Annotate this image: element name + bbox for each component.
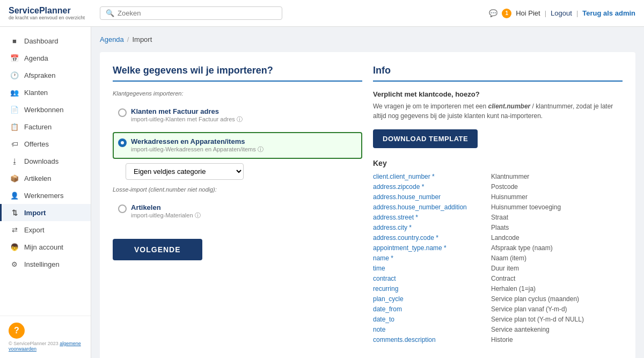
sidebar-item-werknemers[interactable]: 👤 Werknemers — [0, 187, 91, 204]
key-title: Key — [373, 159, 623, 167]
header-left: ServicePlanner de kracht van eenvoud en … — [9, 6, 282, 20]
sidebar-label-dashboard: Dashboard — [24, 37, 58, 45]
chat-icon: 💬 — [489, 9, 497, 17]
key-table: client.client_number *Klantnummeraddress… — [373, 173, 623, 344]
logo-text: ServicePlanner — [9, 6, 71, 15]
sidebar-label-facturen: Facturen — [24, 123, 52, 131]
option-artikelen-label: Artikelen — [131, 203, 201, 211]
sidebar-item-werkbonnen[interactable]: 📄 Werkbonnen — [0, 101, 91, 118]
info-icon-werkadressen[interactable]: ⓘ — [258, 146, 264, 152]
admin-link[interactable]: Terug als admin — [582, 9, 635, 17]
sidebar-label-mijn-account: Mijn account — [24, 243, 63, 251]
sidebar-item-dashboard[interactable]: ■ Dashboard — [0, 32, 91, 49]
info-divider — [373, 81, 623, 82]
sidebar-item-instellingen[interactable]: ⚙ Instellingen — [0, 255, 91, 273]
main-content: Agenda / Import Welke gegevens wil je im… — [91, 27, 644, 358]
calendar-icon: 📅 — [10, 54, 19, 62]
info-icon-klanten[interactable]: ⓘ — [237, 116, 243, 122]
info-title: Info — [373, 65, 623, 76]
key-field: address.zipcode * — [373, 183, 491, 191]
key-field: address.city * — [373, 224, 491, 231]
breadcrumb-current: Import — [132, 35, 152, 43]
option-werkadressen-text: Werkadressen en Apparaten/items import-u… — [131, 137, 264, 154]
sidebar-label-werknemers: Werknemers — [24, 192, 63, 200]
grid-icon: ■ — [10, 36, 19, 45]
radio-klanten-factuur[interactable] — [118, 108, 127, 117]
user-name: Hoi Piet — [516, 9, 540, 17]
key-desc: Afspraak type (naam) — [491, 244, 553, 252]
option-artikelen[interactable]: Artikelen import-uitleg-Materialen ⓘ — [113, 198, 362, 225]
key-row: timeDuur item — [373, 265, 623, 272]
sidebar-item-klanten[interactable]: 👥 Klanten — [0, 84, 91, 101]
key-row: name *Naam (item) — [373, 254, 623, 262]
logo: ServicePlanner de kracht van eenvoud en … — [9, 6, 85, 20]
key-row: date_toService plan tot (Y-m-d of NULL) — [373, 316, 623, 323]
sidebar-item-offertes[interactable]: 🏷 Offertes — [0, 135, 91, 152]
key-field: address.house_number_addition — [373, 203, 491, 211]
key-desc: Historie — [491, 336, 513, 344]
sidebar-item-artikelen[interactable]: 📦 Artikelen — [0, 170, 91, 187]
sidebar-label-werkbonnen: Werkbonnen — [24, 106, 63, 114]
person-icon: 👤 — [10, 191, 19, 200]
sidebar-nav: ■ Dashboard 📅 Agenda 🕐 Afspraken 👥 Klant… — [0, 27, 91, 278]
panel-divider — [113, 81, 362, 82]
sidebar-item-import[interactable]: ⇅ Import — [0, 204, 91, 221]
option-werkadressen-label: Werkadressen en Apparaten/items — [131, 137, 264, 145]
key-desc: Herhalen (1=ja) — [491, 285, 536, 293]
key-desc: Huisnummer — [491, 193, 528, 201]
help-button[interactable]: ? — [9, 323, 25, 339]
category-dropdown[interactable]: Eigen veldjes categorie — [126, 163, 244, 180]
losse-label: Losse-import (client.number niet nodig): — [113, 186, 362, 193]
key-field: name * — [373, 254, 491, 262]
key-desc: Duur item — [491, 265, 519, 272]
notification-badge[interactable]: 1 — [502, 9, 511, 18]
key-row: comments.descriptionHistorie — [373, 336, 623, 344]
verplicht-title: Verplicht met klantcode, hoezo? — [373, 90, 623, 98]
option-klanten-factuur-label: Klanten met Factuur adres — [131, 107, 243, 115]
breadcrumb-parent[interactable]: Agenda — [100, 35, 124, 43]
volgende-button[interactable]: VOLGENDE — [113, 239, 202, 260]
key-field: comments.description — [373, 336, 491, 344]
download-icon: ⭳ — [10, 157, 19, 165]
box-icon: 📦 — [10, 174, 19, 182]
key-row: address.street *Straat — [373, 214, 623, 221]
option-werkadressen[interactable]: Werkadressen en Apparaten/items import-u… — [113, 132, 362, 159]
sidebar-item-mijn-account[interactable]: 👦 Mijn account — [0, 238, 91, 255]
download-template-button[interactable]: DOWNLOAD TEMPLATE — [373, 129, 478, 148]
search-bar[interactable]: 🔍 — [100, 6, 282, 20]
option-werkadressen-sub: import-uitleg-Werkadressen en Apparaten/… — [131, 145, 264, 154]
radio-artikelen[interactable] — [118, 204, 127, 213]
key-row: contractContract — [373, 275, 623, 282]
header-right: 💬 1 Hoi Piet | Logout | Terug als admin — [489, 9, 635, 18]
key-field: plan_cycle — [373, 295, 491, 303]
sidebar-label-offertes: Offertes — [24, 140, 49, 148]
sidebar-item-agenda[interactable]: 📅 Agenda — [0, 49, 91, 67]
key-row: date_fromService plan vanaf (Y-m-d) — [373, 305, 623, 313]
info-icon-artikelen[interactable]: ⓘ — [195, 212, 201, 218]
key-desc: Service plan vanaf (Y-m-d) — [491, 305, 567, 313]
option-klanten-factuur[interactable]: Klanten met Factuur adres import-uitleg-… — [113, 102, 362, 129]
key-desc: Contract — [491, 275, 515, 282]
sidebar-label-downloads: Downloads — [24, 157, 58, 165]
left-panel: Welke gegevens wil je importeren? Klantg… — [113, 65, 362, 346]
sidebar-label-instellingen: Instellingen — [24, 260, 60, 268]
export-icon: ⇄ — [10, 225, 19, 234]
sidebar-item-export[interactable]: ⇄ Export — [0, 221, 91, 238]
key-desc: Service plan cyclus (maanden) — [491, 295, 579, 303]
key-field: appointment_type.name * — [373, 244, 491, 252]
users-icon: 👥 — [10, 88, 19, 97]
logout-link[interactable]: Logout — [551, 9, 572, 17]
option-klanten-factuur-sub: import-uitleg-Klanten met Factuur adres … — [131, 115, 243, 123]
sidebar-item-downloads[interactable]: ⭳ Downloads — [0, 152, 91, 170]
sidebar-label-klanten: Klanten — [24, 89, 48, 97]
logo-sub: de kracht van eenvoud en overzicht — [9, 15, 85, 20]
sidebar-item-afspraken[interactable]: 🕐 Afspraken — [0, 67, 91, 84]
dropdown-row: Eigen veldjes categorie — [126, 163, 362, 180]
key-row: noteService aantekening — [373, 326, 623, 333]
search-input[interactable] — [118, 9, 276, 17]
sidebar-label-agenda: Agenda — [24, 54, 48, 62]
sidebar-item-facturen[interactable]: 📋 Facturen — [0, 118, 91, 135]
account-icon: 👦 — [10, 243, 19, 251]
key-desc: Service aantekening — [491, 326, 550, 333]
radio-werkadressen[interactable] — [118, 138, 127, 147]
